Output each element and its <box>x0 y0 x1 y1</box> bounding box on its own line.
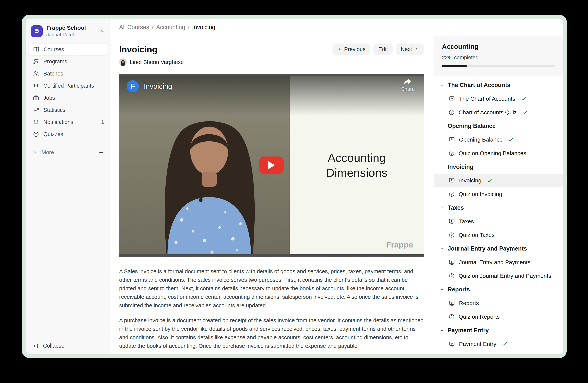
slide-title: Accounting Dimensions <box>326 150 387 180</box>
workspace-switcher[interactable]: Frappe School Jannat Patel <box>29 23 108 43</box>
breadcrumb: All Courses / Accounting / Invoicing <box>111 19 563 36</box>
chevron-down-icon <box>440 206 444 210</box>
lesson-video-icon <box>448 95 455 102</box>
author-row: Linet Sherin Varghese <box>119 58 434 66</box>
quiz-icon <box>448 232 455 238</box>
app-window: Frappe School Jannat Patel Courses Progr… <box>26 19 563 354</box>
completed-check-icon <box>522 109 528 115</box>
lesson-video-icon <box>448 177 455 184</box>
video-top-bar <box>119 74 424 76</box>
collapse-label: Collapse <box>43 343 64 349</box>
course-outline-list: The Chart of Accounts The Chart of Accou… <box>434 76 563 354</box>
outline-section-reports[interactable]: Reports <box>434 283 563 296</box>
frappe-school-logo-icon <box>31 25 43 37</box>
outline-item-quiz[interactable]: Quiz on Taxes <box>434 228 563 242</box>
outline-section-payment-entry[interactable]: Payment Entry <box>434 324 563 337</box>
book-open-icon <box>33 46 39 53</box>
sidebar-item-notifications[interactable]: Notifications 1 <box>29 116 108 128</box>
sidebar-collapse-button[interactable]: Collapse <box>29 343 108 349</box>
trending-up-icon <box>33 107 39 113</box>
plus-icon[interactable] <box>98 150 104 155</box>
briefcase-icon <box>33 95 39 101</box>
course-outline-panel: Accounting 22% completed The Chart of Ac… <box>434 36 563 354</box>
outline-item-lesson[interactable]: Opening Balance <box>434 133 563 147</box>
window-frame: Frappe School Jannat Patel Courses Progr… <box>22 15 567 358</box>
channel-avatar[interactable]: F <box>127 80 139 92</box>
sidebar-item-statistics[interactable]: Statistics <box>29 104 108 116</box>
video-player[interactable]: Accounting Dimensions F Invoicing Share <box>119 74 424 257</box>
sidebar-item-batches[interactable]: Batches <box>29 68 108 80</box>
route-icon <box>33 58 39 65</box>
lesson-video-icon <box>448 136 455 143</box>
sidebar-item-label: Programs <box>43 58 67 65</box>
progress-fill <box>442 65 467 67</box>
play-button[interactable] <box>259 156 284 174</box>
outline-item-quiz[interactable]: Chart of Accounts Quiz <box>434 106 563 119</box>
outline-section-journal-entry[interactable]: Journal Entry and Payments <box>434 242 563 255</box>
outline-section-chart-of-accounts[interactable]: The Chart of Accounts <box>434 78 563 92</box>
outline-item-quiz[interactable]: Quiz on Journal Entry and Payments <box>434 269 563 283</box>
share-arrow-icon <box>403 78 412 86</box>
sidebar-more-toggle[interactable]: More <box>29 149 108 155</box>
sidebar-item-courses[interactable]: Courses <box>29 43 108 56</box>
outline-item-quiz[interactable]: Quiz on Reports <box>434 310 563 324</box>
chevron-left-icon <box>337 47 342 52</box>
completed-check-icon <box>521 96 527 102</box>
outline-item-lesson[interactable]: Payment Entry <box>434 337 563 351</box>
sidebar-item-label: Quizzes <box>43 131 63 137</box>
play-icon <box>268 161 275 169</box>
chevron-right-icon <box>33 150 38 155</box>
video-overlay-title[interactable]: Invoicing <box>144 82 172 91</box>
sidebar-item-label: Certified Participants <box>43 83 94 89</box>
sidebar-item-jobs[interactable]: Jobs <box>29 92 108 104</box>
lesson-content: Invoicing Previous Edit Next <box>111 36 434 354</box>
lesson-video-icon <box>448 341 455 347</box>
outline-section-opening-balance[interactable]: Opening Balance <box>434 119 563 133</box>
sidebar-item-label: Notifications <box>43 119 73 125</box>
quiz-icon <box>448 314 455 320</box>
outline-item-lesson[interactable]: The Chart of Accounts <box>434 92 563 106</box>
lesson-video-icon <box>448 300 455 306</box>
outline-item-lesson[interactable]: Reports <box>434 296 563 310</box>
chevron-down-icon <box>440 83 444 87</box>
share-button[interactable]: Share <box>401 78 415 92</box>
outline-item-lesson-active[interactable]: Invoicing <box>434 174 563 187</box>
lesson-body: A Sales invoice is a formal document sen… <box>119 267 424 350</box>
chevron-down-icon[interactable] <box>100 28 105 34</box>
breadcrumb-separator: / <box>152 24 154 31</box>
previous-button[interactable]: Previous <box>333 43 371 55</box>
sidebar-item-label: Courses <box>43 46 64 53</box>
breadcrumb-separator: / <box>188 24 190 31</box>
outline-item-lesson[interactable]: Taxes <box>434 215 563 228</box>
course-title: Accounting <box>442 43 555 50</box>
outline-item-lesson[interactable]: Journal Entry and Payments <box>434 255 563 269</box>
author-name: Linet Sherin Varghese <box>130 59 184 65</box>
graduation-cap-icon <box>33 82 39 89</box>
bell-icon <box>33 119 39 125</box>
outline-item-quiz[interactable]: Quiz on Invoicing <box>434 187 563 201</box>
chevron-down-icon <box>440 246 444 251</box>
quiz-icon <box>448 109 455 116</box>
frappe-watermark: Frappe <box>386 240 413 249</box>
author-avatar <box>119 58 127 66</box>
breadcrumb-current: Invoicing <box>192 24 215 31</box>
next-button[interactable]: Next <box>396 43 424 55</box>
outline-section-taxes[interactable]: Taxes <box>434 201 563 215</box>
collapse-icon <box>33 343 39 349</box>
breadcrumb-course[interactable]: Accounting <box>156 24 185 31</box>
sidebar-item-label: Batches <box>43 71 63 77</box>
outline-section-invoicing[interactable]: Invoicing <box>434 160 563 174</box>
paragraph: A Sales invoice is a formal document sen… <box>119 267 424 310</box>
breadcrumb-all-courses[interactable]: All Courses <box>119 24 149 31</box>
quiz-icon <box>448 191 455 197</box>
chevron-down-icon <box>440 124 444 128</box>
sidebar-item-programs[interactable]: Programs <box>29 56 108 68</box>
users-icon <box>33 70 39 77</box>
edit-button[interactable]: Edit <box>373 43 393 55</box>
outline-item-quiz[interactable]: Quiz on Opening Balances <box>434 147 563 160</box>
sidebar: Frappe School Jannat Patel Courses Progr… <box>26 19 111 354</box>
chevron-down-icon <box>440 165 444 169</box>
sidebar-item-certified-participants[interactable]: Certified Participants <box>29 80 108 92</box>
chevron-right-icon <box>414 47 419 52</box>
sidebar-item-quizzes[interactable]: Quizzes <box>29 128 108 140</box>
